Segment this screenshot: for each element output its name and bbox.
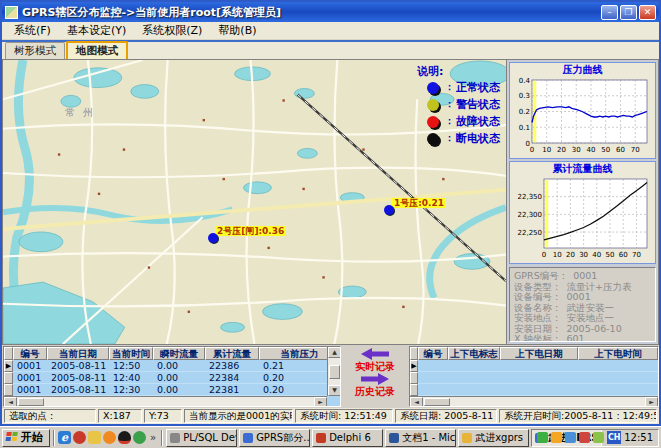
task-button-2[interactable]: Delphi 6 xyxy=(312,429,383,447)
ie-icon[interactable]: e xyxy=(58,431,71,444)
svg-text:0.3: 0.3 xyxy=(519,92,530,100)
qq-icon[interactable] xyxy=(118,431,131,444)
task-label-4: 武进xgprs xyxy=(475,431,523,445)
device-info-label: 设备类型： xyxy=(514,281,562,292)
task-button-4[interactable]: 武进xgprs xyxy=(458,429,529,447)
menu-basic-settings[interactable]: 基本设定(Y) xyxy=(59,22,134,39)
legend-item-fault: ：故障状态 xyxy=(427,114,500,129)
power-table-header-1[interactable]: 上下电标志 xyxy=(448,347,500,360)
tray-network-icon[interactable] xyxy=(537,432,548,443)
title-bar[interactable]: GPRS辖区分布监控->当前使用者root[系统管理员] – ❐ ✕ xyxy=(2,2,659,22)
device-info-value: 0001 xyxy=(573,270,597,281)
window-title: GPRS辖区分布监控->当前使用者root[系统管理员] xyxy=(22,5,601,20)
realtime-table-header-0[interactable]: 编号 xyxy=(13,347,47,360)
task-label-1: GPRS部分.... xyxy=(256,431,310,445)
status-message: 当前显示的是0001的实时和历史记录情况! xyxy=(184,409,293,423)
legend-dot-normal-icon xyxy=(427,82,439,94)
legend-label-power-off: 断电状态 xyxy=(456,131,500,146)
realtime-table-vertical-scrollbar[interactable]: ▲▼ xyxy=(327,347,340,396)
scroll-left-icon[interactable]: ◄ xyxy=(4,397,17,407)
power-table-row-0[interactable]: ▶ xyxy=(410,360,658,372)
msn-icon[interactable] xyxy=(103,431,116,444)
task-button-1[interactable]: GPRS部分.... xyxy=(239,429,310,447)
realtime-table-row-0[interactable]: ▶00012005-08-1112:500.00223860.21 xyxy=(4,360,340,372)
device-info-line-6: X 轴坐标：601 xyxy=(514,334,653,342)
realtime-table-row-2[interactable]: 00012005-08-1112:300.00223810.20 xyxy=(4,384,340,396)
device-info-label: 设备编号： xyxy=(514,291,562,302)
realtime-table-header-4[interactable]: 累计流量 xyxy=(205,347,259,360)
start-button[interactable]: 开始 xyxy=(2,429,50,447)
mode-tabs: 树形模式 地图模式 xyxy=(2,42,659,59)
tray-messenger-icon[interactable] xyxy=(593,432,604,443)
scroll-left-icon[interactable]: ◄ xyxy=(410,397,423,407)
task-label-3: 文档1 - Mic... xyxy=(402,431,456,445)
realtime-table-horizontal-scrollbar[interactable]: ◄► xyxy=(4,396,327,406)
scroll-thumb[interactable] xyxy=(424,398,450,406)
svg-text:50: 50 xyxy=(606,251,615,259)
svg-text:22,250: 22,250 xyxy=(518,229,543,237)
scroll-up-icon[interactable]: ▲ xyxy=(328,347,341,358)
quick-launch-more-icon[interactable]: » xyxy=(148,432,158,443)
power-table-header-3[interactable]: 上下电时间 xyxy=(578,347,658,360)
tab-map-mode[interactable]: 地图模式 xyxy=(66,41,128,59)
browser-globe-icon[interactable] xyxy=(133,431,146,444)
menu-help[interactable]: 帮助(B) xyxy=(210,22,264,39)
task-icon-2 xyxy=(316,433,326,443)
history-records-button[interactable]: 历史记录 xyxy=(355,386,395,397)
realtime-table-header-1[interactable]: 当前日期 xyxy=(47,347,109,360)
legend-label-warning: 警告状态 xyxy=(456,97,500,112)
tray-volume-icon[interactable] xyxy=(565,432,576,443)
power-table-cell-2-3 xyxy=(578,384,658,396)
tray-antivirus-icon[interactable] xyxy=(579,432,590,443)
flow-chart: 累计流量曲线 22,25022,30022,350010203040506070 xyxy=(509,161,656,264)
system-tray: CH 12:51 xyxy=(531,429,659,447)
task-icon-4 xyxy=(462,433,472,443)
map-marker-dot-2[interactable] xyxy=(208,233,218,243)
language-indicator[interactable]: CH xyxy=(607,431,621,444)
realtime-table-cell-1-2: 12:40 xyxy=(109,372,153,384)
tray-update-icon[interactable] xyxy=(551,432,562,443)
realtime-table[interactable]: 编号当前日期当前时间瞬时流量累计流量当前压力▶00012005-08-1112:… xyxy=(3,346,341,407)
power-table-row-marker-1 xyxy=(410,372,418,384)
power-table-header-2[interactable]: 上下电日期 xyxy=(500,347,578,360)
realtime-table-cell-0-3: 0.00 xyxy=(153,360,205,372)
task-button-0[interactable]: PL/SQL Dev... xyxy=(166,429,237,447)
power-table[interactable]: 编号上下电标志上下电日期上下电时间▶◄► xyxy=(409,346,659,407)
realtime-table-header-3[interactable]: 瞬时流量 xyxy=(153,347,205,360)
power-table-horizontal-scrollbar[interactable]: ◄► xyxy=(410,396,658,406)
svg-text:0.2: 0.2 xyxy=(519,108,530,116)
realtime-table-row-1[interactable]: 00012005-08-1112:400.00223840.20 xyxy=(4,372,340,384)
legend-dot-warning-icon xyxy=(427,99,439,111)
power-table-cell-1-2 xyxy=(500,372,578,384)
scroll-thumb[interactable] xyxy=(329,365,340,379)
minimize-button[interactable]: – xyxy=(601,5,618,20)
scroll-down-icon[interactable]: ▼ xyxy=(328,385,341,396)
close-button[interactable]: ✕ xyxy=(639,5,656,20)
scroll-right-icon[interactable]: ► xyxy=(314,397,327,407)
device-info-value: 2005-06-10 xyxy=(567,323,622,334)
map-area[interactable]: 常州 说明: ：正常状态：警告状态：故障状态：断电状态1号压:0.212号压[闸… xyxy=(2,59,506,345)
restore-button[interactable]: ❐ xyxy=(620,5,637,20)
task-button-3[interactable]: 文档1 - Mic... xyxy=(385,429,456,447)
power-table-header-0[interactable]: 编号 xyxy=(418,347,448,360)
status-sys-time: 系统时间: 12:51:49 xyxy=(295,409,393,423)
flow-chart-title: 累计流量曲线 xyxy=(510,162,655,175)
power-table-row-2[interactable] xyxy=(410,384,658,396)
menu-system[interactable]: 系统(F) xyxy=(6,22,59,39)
legend-separator: ： xyxy=(445,98,454,111)
device-info-panel: GPRS编号：0001设备类型：流量计+压力表设备编号：0001设备名称：武进安… xyxy=(509,267,656,342)
media-player-icon[interactable] xyxy=(73,431,86,444)
svg-text:50: 50 xyxy=(601,146,610,154)
menu-permissions[interactable]: 系统权限(Z) xyxy=(134,22,210,39)
notes-icon[interactable] xyxy=(88,431,101,444)
tab-tree-mode[interactable]: 树形模式 xyxy=(5,42,65,59)
svg-text:10: 10 xyxy=(542,146,551,154)
history-arrow-icon xyxy=(361,373,389,385)
realtime-records-button[interactable]: 实时记录 xyxy=(355,361,395,372)
device-info-value: 流量计+压力表 xyxy=(567,281,632,292)
scroll-right-icon[interactable]: ► xyxy=(645,397,658,407)
map-marker-dot-1[interactable] xyxy=(384,205,394,215)
power-table-row-1[interactable] xyxy=(410,372,658,384)
scroll-thumb[interactable] xyxy=(18,398,44,406)
realtime-table-header-2[interactable]: 当前时间 xyxy=(109,347,153,360)
